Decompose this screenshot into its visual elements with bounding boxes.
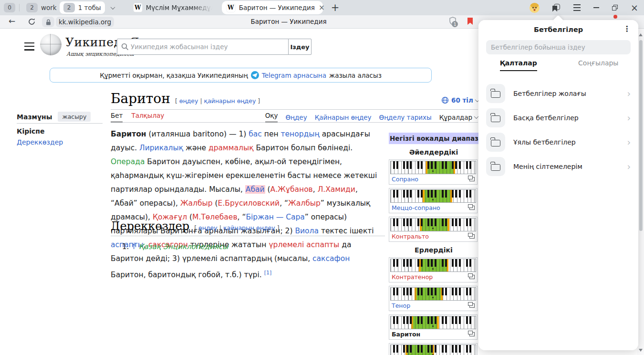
protect-shield-button[interactable]: 1 bbox=[449, 17, 457, 25]
tab-group-dropdown-button[interactable] bbox=[108, 2, 118, 13]
inline-link[interactable]: Виола bbox=[295, 227, 319, 235]
wiki-search-button[interactable]: Іздеу bbox=[288, 39, 312, 55]
shield-counter-badge: 1 bbox=[452, 21, 458, 27]
new-tab-button[interactable]: + bbox=[330, 2, 341, 13]
expand-icon[interactable] bbox=[469, 275, 475, 279]
inline-link[interactable]: Лирикалық bbox=[139, 144, 183, 152]
wiki-main-menu-icon[interactable] bbox=[24, 42, 34, 51]
inline-link[interactable]: саксафон bbox=[312, 254, 350, 263]
voice-link[interactable]: Тенор bbox=[392, 302, 410, 309]
folder-row-mobile-bookmarks[interactable]: Ұялы бетбелгілер › bbox=[478, 130, 638, 154]
inline-link[interactable]: [1] bbox=[264, 270, 272, 276]
expand-icon[interactable] bbox=[469, 177, 475, 181]
back-button[interactable]: ← bbox=[9, 16, 15, 26]
inline-link[interactable]: бас bbox=[249, 130, 262, 138]
tab-edit[interactable]: Өңдеу bbox=[285, 114, 307, 121]
scroll-up-arrow[interactable] bbox=[639, 33, 643, 36]
edit-source-link[interactable]: қайнарын өңдеу bbox=[223, 224, 275, 231]
inline-link[interactable]: Е.Брусиловский bbox=[218, 199, 280, 208]
tab-history[interactable]: Өңделу тарихы bbox=[379, 114, 432, 121]
browser-tab-active[interactable]: W Баритон — Уикипедия × bbox=[222, 1, 323, 14]
toc-item-intro[interactable]: Кіріспе bbox=[17, 127, 45, 135]
expand-icon[interactable] bbox=[469, 332, 475, 336]
tab-talk[interactable]: Талқылау bbox=[131, 112, 164, 123]
vocal-range-image[interactable] bbox=[390, 345, 476, 355]
page-title: Баритон — Уикипедия bbox=[124, 18, 453, 25]
lock-icon bbox=[46, 19, 51, 25]
tab-group-1toby[interactable]: 2 1 тобы bbox=[60, 1, 105, 14]
vocal-range-image[interactable] bbox=[390, 189, 476, 203]
telegram-link[interactable]: Telegram арнасына bbox=[262, 72, 326, 79]
browser-menu-icon[interactable] bbox=[573, 4, 581, 10]
tab-read[interactable]: Оқу bbox=[265, 112, 278, 123]
wiki-search-box: Іздеу bbox=[117, 39, 312, 55]
vocal-range-image[interactable] bbox=[390, 259, 476, 272]
tab-group-zero-chip[interactable]: 0 bbox=[4, 3, 15, 12]
edit-source-link[interactable]: қайнарын өңдеу bbox=[204, 97, 256, 104]
voice-link[interactable]: Контральто bbox=[392, 233, 429, 240]
scrollbar-thumb[interactable] bbox=[639, 40, 643, 231]
wikipedia-logo[interactable] bbox=[40, 34, 62, 55]
tab-close-icon[interactable]: × bbox=[319, 3, 325, 12]
panel-title: Бетбелгілер bbox=[534, 26, 583, 33]
inline-link[interactable]: драммалық bbox=[208, 144, 253, 152]
tab-edit-source[interactable]: Қайнарын өңдеу bbox=[315, 114, 372, 121]
minimize-button[interactable] bbox=[593, 7, 599, 8]
edit-link[interactable]: өңдеу bbox=[179, 97, 198, 104]
profile-avatar[interactable] bbox=[530, 3, 540, 13]
article-paragraph: Баритон (италянша baritono) — 1) бас пен… bbox=[111, 127, 386, 282]
tab-group-work[interactable]: 2 work bbox=[23, 3, 60, 12]
vocal-range-image[interactable] bbox=[390, 218, 476, 231]
expand-icon[interactable] bbox=[469, 303, 475, 308]
toc-hide-button[interactable]: жасыру bbox=[58, 112, 91, 122]
bookmark-flag-icon[interactable] bbox=[467, 17, 473, 25]
folder-row-bookmarks-bar[interactable]: Бетбелгілер жолағы › bbox=[478, 81, 638, 105]
voice-link[interactable]: Баритон bbox=[392, 331, 420, 338]
panel-tab-folders[interactable]: Қалталар bbox=[478, 59, 559, 76]
voice-link[interactable]: Сопрано bbox=[392, 176, 418, 183]
voice-link[interactable]: Контратенор bbox=[392, 273, 433, 281]
banner-text: жазыла аласыз bbox=[329, 72, 382, 79]
inline-link[interactable]: Жалбыр bbox=[288, 199, 321, 208]
bookmarks-panel: Бетбелгілер ⋮ Қалталар Соңғылары Бетбелг… bbox=[478, 20, 638, 350]
tab-page[interactable]: Бет bbox=[111, 112, 123, 123]
inline-link[interactable]: Абай bbox=[245, 185, 265, 194]
inline-link[interactable]: Жалбыр bbox=[180, 199, 213, 208]
inline-link[interactable]: Операда bbox=[111, 157, 145, 166]
close-window-button[interactable]: × bbox=[631, 5, 638, 10]
reload-button[interactable] bbox=[28, 18, 36, 26]
reference-link[interactable]: Қазақ Энциклопедиясы bbox=[139, 242, 228, 251]
vocal-range-image[interactable] bbox=[390, 316, 476, 329]
expand-icon[interactable] bbox=[469, 206, 475, 210]
scroll-down-arrow[interactable] bbox=[639, 349, 643, 352]
inline-link[interactable]: А.Жұбанов bbox=[270, 185, 313, 194]
panel-tab-recent[interactable]: Соңғылары bbox=[559, 59, 639, 76]
vocal-range-image[interactable] bbox=[390, 161, 476, 174]
folder-icon bbox=[491, 91, 500, 98]
language-selector[interactable]: 60 тіл bbox=[441, 96, 479, 104]
browser-tab-inactive[interactable]: W Мүслім Мұхаммедұлы Ма bbox=[129, 1, 217, 14]
vocal-range-image[interactable] bbox=[390, 287, 476, 301]
toc-item-references[interactable]: Дереккөздер bbox=[17, 138, 63, 146]
inline-link[interactable]: Л.Хамиди bbox=[318, 185, 355, 194]
url-display[interactable]: kk.wikipedia.org bbox=[56, 17, 114, 27]
page-scrollbar[interactable] bbox=[637, 29, 644, 355]
folder-row-other-bookmarks[interactable]: Басқа бетбелгілер › bbox=[478, 105, 638, 130]
chevron-right-icon: › bbox=[627, 113, 631, 123]
inline-link[interactable]: үрлемелі аспапты bbox=[269, 240, 339, 249]
site-security-button[interactable] bbox=[42, 17, 54, 27]
voice-link[interactable]: Меццо-сопрано bbox=[392, 204, 440, 211]
voice-card-soprano: Сопрано bbox=[389, 159, 478, 185]
backlink-arrow[interactable]: ↑ bbox=[131, 242, 137, 251]
tab-tools[interactable]: Құралдар bbox=[439, 114, 478, 121]
panel-search-input[interactable] bbox=[491, 43, 626, 51]
bookmarks-panel-icon[interactable] bbox=[552, 4, 561, 12]
folder-row-my-links[interactable]: Менің сілтемелерім › bbox=[478, 154, 638, 178]
edit-link[interactable]: өңдеу bbox=[198, 224, 218, 231]
kebab-menu-icon[interactable]: ⋮ bbox=[623, 25, 631, 33]
restore-button[interactable] bbox=[612, 5, 618, 10]
wiki-search-input[interactable] bbox=[129, 43, 289, 51]
inline-link[interactable]: тенордың bbox=[281, 130, 320, 138]
expand-icon[interactable] bbox=[469, 234, 475, 239]
divider bbox=[111, 109, 478, 110]
